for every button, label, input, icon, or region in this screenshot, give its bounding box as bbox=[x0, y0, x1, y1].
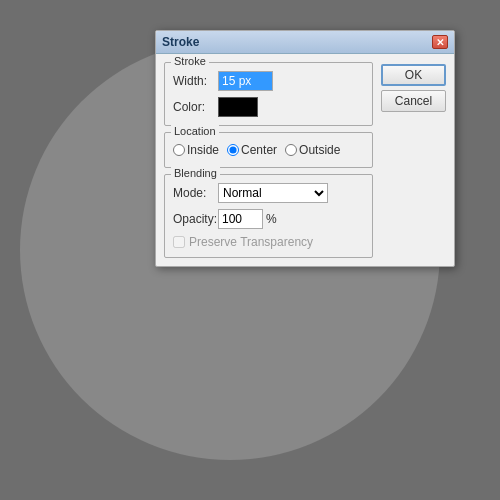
color-swatch[interactable] bbox=[218, 97, 258, 117]
close-icon: ✕ bbox=[436, 37, 444, 48]
blending-group-label: Blending bbox=[171, 167, 220, 179]
color-label: Color: bbox=[173, 100, 218, 114]
close-button[interactable]: ✕ bbox=[432, 35, 448, 49]
color-row: Color: bbox=[173, 97, 364, 117]
blending-group: Blending Mode: Normal Opacity: % Preserv… bbox=[164, 174, 373, 258]
preserve-checkbox[interactable] bbox=[173, 236, 185, 248]
radio-center[interactable]: Center bbox=[227, 143, 277, 157]
location-group-label: Location bbox=[171, 125, 219, 137]
width-label: Width: bbox=[173, 74, 218, 88]
location-group: Location Inside Center Outside bbox=[164, 132, 373, 168]
width-input[interactable] bbox=[218, 71, 273, 91]
opacity-label: Opacity: bbox=[173, 212, 218, 226]
radio-inside[interactable]: Inside bbox=[173, 143, 219, 157]
inside-label: Inside bbox=[187, 143, 219, 157]
title-bar: Stroke ✕ bbox=[156, 31, 454, 54]
stroke-group-label: Stroke bbox=[171, 55, 209, 67]
radio-outside[interactable]: Outside bbox=[285, 143, 340, 157]
mode-row: Mode: Normal bbox=[173, 183, 364, 203]
stroke-dialog: Stroke ✕ Stroke Width: Color: Location bbox=[155, 30, 455, 267]
outside-label: Outside bbox=[299, 143, 340, 157]
percent-label: % bbox=[266, 212, 277, 226]
cancel-button[interactable]: Cancel bbox=[381, 90, 446, 112]
preserve-row: Preserve Transparency bbox=[173, 235, 364, 249]
mode-select[interactable]: Normal bbox=[218, 183, 328, 203]
opacity-row: Opacity: % bbox=[173, 209, 364, 229]
left-panel: Stroke Width: Color: Location Inside bbox=[164, 62, 373, 258]
ok-button[interactable]: OK bbox=[381, 64, 446, 86]
dialog-title: Stroke bbox=[162, 35, 199, 49]
opacity-input[interactable] bbox=[218, 209, 263, 229]
center-label: Center bbox=[241, 143, 277, 157]
stroke-group: Stroke Width: Color: bbox=[164, 62, 373, 126]
width-row: Width: bbox=[173, 71, 364, 91]
right-panel: OK Cancel bbox=[381, 62, 446, 258]
dialog-body: Stroke Width: Color: Location Inside bbox=[156, 54, 454, 266]
preserve-label: Preserve Transparency bbox=[189, 235, 313, 249]
location-radio-group: Inside Center Outside bbox=[173, 141, 364, 159]
mode-label: Mode: bbox=[173, 186, 218, 200]
